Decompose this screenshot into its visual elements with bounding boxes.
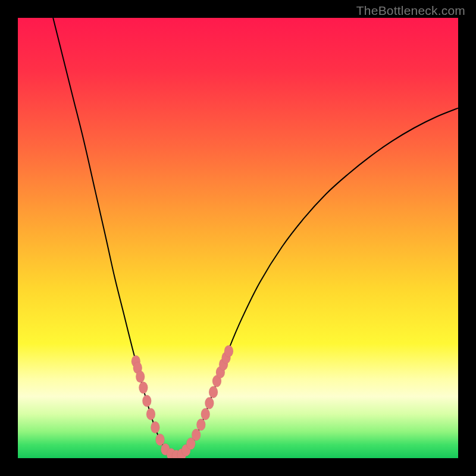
right-curve: [176, 108, 458, 456]
right-markers-point: [205, 397, 214, 409]
left-markers-point: [136, 371, 145, 383]
chart-frame: TheBottleneck.com: [0, 0, 476, 476]
right-markers-point: [196, 419, 205, 431]
left-markers-point: [151, 421, 159, 433]
left-curve: [53, 18, 176, 456]
watermark-text: TheBottleneck.com: [356, 4, 465, 18]
left-markers-point: [146, 408, 155, 420]
left-markers-point: [156, 434, 165, 446]
right-markers-point: [201, 408, 210, 420]
right-markers-point: [209, 386, 218, 398]
left-markers-point: [139, 382, 148, 394]
left-markers-point: [142, 395, 151, 407]
plot-gradient-background: [18, 18, 458, 458]
right-markers-point: [192, 429, 201, 441]
right-markers-point: [224, 345, 233, 357]
chart-svg: [18, 18, 458, 458]
